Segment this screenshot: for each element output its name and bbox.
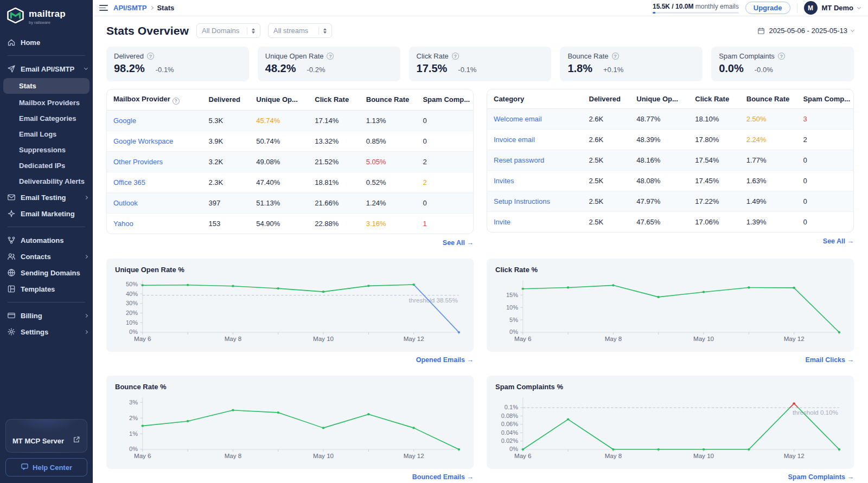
svg-text:threshold 0.10%: threshold 0.10%	[793, 409, 838, 415]
cell: 0.85%	[360, 131, 417, 151]
svg-text:0%: 0%	[129, 446, 138, 452]
users-icon	[7, 252, 16, 261]
sidebar-item-email-logs[interactable]: Email Logs	[0, 126, 93, 142]
breadcrumb: API/SMTP Stats	[113, 4, 174, 12]
column-header: Spam Comp...	[796, 89, 853, 109]
upgrade-button[interactable]: Upgrade	[745, 2, 790, 14]
date-range-picker[interactable]: 2025-05-06 - 2025-05-13	[757, 27, 854, 35]
unique-open-rate-chart-card: Unique Open Rate % 0%10%20%30%40%50%May …	[106, 259, 474, 352]
streams-select-value: All streams	[273, 27, 308, 35]
table-row: Other Providers3.2K49.08%21.52%5.05%2	[107, 151, 473, 172]
svg-text:May 8: May 8	[605, 453, 622, 459]
column-header: Mailbox Provider?	[107, 89, 202, 110]
account-menu[interactable]: M MT Demo	[804, 1, 861, 15]
menu-toggle-icon[interactable]	[99, 5, 108, 11]
help-icon[interactable]: ?	[778, 53, 785, 60]
sidebar-item-contacts[interactable]: Contacts	[0, 248, 93, 265]
row-link[interactable]: Yahoo	[113, 220, 133, 228]
row-link[interactable]: Outlook	[113, 199, 138, 207]
row-link[interactable]: Invoice email	[494, 136, 535, 144]
kpi-value: 1.8%	[567, 62, 592, 75]
table-row: Reset password2.5K48.16%17.54%1.77%0	[487, 150, 853, 171]
email-clicks-link[interactable]: Email Clicks →	[805, 356, 854, 364]
domains-select[interactable]: All Domains	[196, 23, 260, 38]
chart-title: Bounce Rate %	[115, 383, 465, 391]
cell: 17.06%	[688, 212, 740, 233]
help-icon[interactable]: ?	[327, 53, 334, 60]
cell: 2.50%	[740, 109, 797, 130]
sidebar-item-automations[interactable]: Automations	[0, 232, 93, 248]
sidebar-item-email-categories[interactable]: Email Categories	[0, 111, 93, 126]
svg-text:0.08%: 0.08%	[501, 413, 518, 418]
sidebar-item-mailbox-providers[interactable]: Mailbox Providers	[0, 95, 93, 111]
sidebar-item-stats[interactable]: Stats	[3, 78, 90, 94]
column-header: Delivered	[202, 89, 250, 110]
cell: 47.40%	[250, 172, 308, 192]
row-link[interactable]: Welcome email	[494, 115, 542, 123]
svg-text:May 12: May 12	[784, 453, 805, 459]
sidebar-item-sending-domains[interactable]: Sending Domains	[0, 265, 93, 281]
row-link[interactable]: Google Workspace	[113, 137, 173, 145]
brand-name: mailtrap	[29, 9, 66, 20]
kpi-value: 48.2%	[265, 62, 296, 75]
sidebar-item-deliverability-alerts[interactable]: Deliverability Alerts	[0, 173, 93, 189]
column-header: Delivered	[583, 89, 630, 109]
row-link[interactable]: Reset password	[494, 156, 544, 164]
kpi-card-click-rate: Click Rate?17.5%-0.1%	[409, 47, 552, 81]
cell: 50.74%	[250, 131, 308, 151]
brand-tagline: by railsware	[29, 20, 66, 25]
row-link[interactable]: Invite	[494, 218, 510, 226]
cell: 17.14%	[308, 110, 360, 131]
cell: 18.81%	[308, 172, 360, 192]
row-link[interactable]: Google	[113, 117, 136, 125]
sidebar-item-email-testing[interactable]: Email Testing	[0, 189, 93, 205]
row-link[interactable]: Setup Instructions	[494, 197, 550, 205]
help-icon[interactable]: ?	[612, 53, 619, 60]
help-icon[interactable]: ?	[452, 53, 459, 60]
sidebar-item-billing[interactable]: Billing	[0, 307, 93, 324]
cell: 1.49%	[740, 191, 797, 212]
row-link[interactable]: Office 365	[113, 178, 145, 186]
sparkles-icon	[7, 209, 16, 218]
svg-text:50%: 50%	[126, 281, 138, 287]
cell: 18.10%	[688, 109, 740, 130]
mcp-server-card[interactable]: MT MCP Server	[5, 419, 87, 453]
sidebar: mailtrap by railsware HomeEmail API/SMTP…	[0, 0, 93, 483]
help-icon[interactable]: ?	[147, 53, 154, 60]
bounced-emails-link[interactable]: Bounced Emails →	[412, 473, 474, 481]
opened-emails-link[interactable]: Opened Emails →	[416, 356, 474, 364]
help-icon[interactable]: ?	[173, 98, 180, 105]
chevron-down-icon	[857, 5, 861, 9]
sidebar-item-settings[interactable]: Settings	[0, 324, 93, 340]
row-link[interactable]: Invites	[494, 177, 514, 185]
sidebar-item-email-marketing[interactable]: Email Marketing	[0, 205, 93, 222]
sidebar-item-home[interactable]: Home	[0, 34, 93, 50]
kpi-card-unique-open-rate: Unique Open Rate?48.2%-0.2%	[258, 47, 400, 81]
row-link[interactable]: Other Providers	[113, 158, 163, 166]
chart-title: Spam Complaints %	[495, 383, 845, 391]
breadcrumb-parent[interactable]: API/SMTP	[113, 4, 146, 12]
sidebar-item-label: Suppressions	[19, 146, 87, 154]
account-name: MT Demo	[822, 4, 854, 12]
providers-see-all-link[interactable]: See All →	[443, 239, 474, 247]
categories-see-all-link[interactable]: See All →	[823, 237, 854, 245]
sidebar-item-templates[interactable]: Templates	[0, 281, 93, 297]
usage-label: monthly emails	[695, 3, 739, 10]
help-center-button[interactable]: Help Center	[5, 458, 87, 476]
streams-select[interactable]: All streams	[268, 23, 332, 38]
cell: 3.16%	[360, 213, 417, 234]
spam-complaints-link[interactable]: Spam Complaints →	[788, 473, 854, 481]
kpi-label: Spam Complaints	[719, 52, 775, 60]
unique-open-rate-chart-section: Unique Open Rate % 0%10%20%30%40%50%May …	[106, 259, 474, 364]
table-row: Yahoo15354.90%22.88%3.16%1	[107, 213, 473, 234]
cell: 48.08%	[630, 171, 688, 191]
column-header: Spam Comp...	[416, 89, 473, 110]
table-row: Google5.3K45.74%17.14%1.13%0	[107, 110, 473, 131]
kpi-delta: -0.0%	[755, 66, 773, 74]
brand[interactable]: mailtrap by railsware	[0, 0, 93, 31]
sidebar-item-dedicated-ips[interactable]: Dedicated IPs	[0, 158, 93, 173]
cell: 0	[416, 192, 473, 213]
table-row: Welcome email2.6K48.77%18.10%2.50%3	[487, 109, 853, 130]
sidebar-item-email-api-smtp[interactable]: Email API/SMTP	[0, 61, 93, 77]
sidebar-item-suppressions[interactable]: Suppressions	[0, 142, 93, 158]
